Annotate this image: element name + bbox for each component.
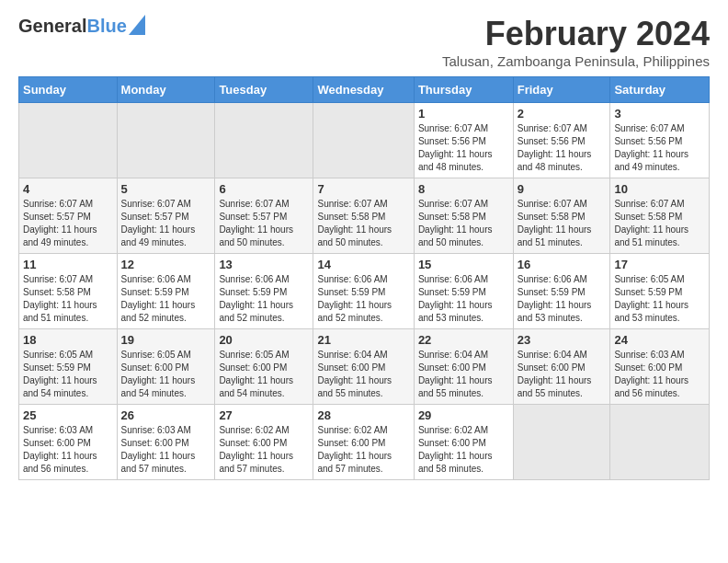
day-cell: 10Sunrise: 6:07 AM Sunset: 5:58 PM Dayli… [610, 178, 710, 254]
day-number: 25 [23, 408, 113, 422]
day-number: 9 [518, 182, 607, 196]
day-cell: 20Sunrise: 6:05 AM Sunset: 6:00 PM Dayli… [215, 329, 313, 405]
day-number: 6 [219, 182, 309, 196]
day-number: 15 [418, 258, 509, 271]
day-number: 27 [219, 408, 309, 422]
day-number: 5 [121, 182, 211, 196]
week-row-2: 4Sunrise: 6:07 AM Sunset: 5:57 PM Daylig… [19, 178, 710, 254]
day-cell: 12Sunrise: 6:06 AM Sunset: 5:59 PM Dayli… [117, 254, 215, 329]
day-cell: 16Sunrise: 6:06 AM Sunset: 5:59 PM Dayli… [513, 254, 610, 329]
header-cell-thursday: Thursday [414, 77, 513, 103]
header-cell-wednesday: Wednesday [313, 77, 414, 103]
day-cell [513, 405, 610, 480]
day-cell: 24Sunrise: 6:03 AM Sunset: 6:00 PM Dayli… [610, 329, 710, 405]
day-info: Sunrise: 6:02 AM Sunset: 6:00 PM Dayligh… [418, 424, 509, 476]
day-info: Sunrise: 6:05 AM Sunset: 5:59 PM Dayligh… [23, 349, 113, 400]
day-info: Sunrise: 6:07 AM Sunset: 5:58 PM Dayligh… [317, 198, 409, 249]
day-cell: 22Sunrise: 6:04 AM Sunset: 6:00 PM Dayli… [414, 329, 513, 405]
day-cell: 4Sunrise: 6:07 AM Sunset: 5:57 PM Daylig… [19, 178, 118, 254]
day-cell: 5Sunrise: 6:07 AM Sunset: 5:57 PM Daylig… [117, 178, 215, 254]
day-number: 20 [219, 333, 309, 347]
header: GeneralBlue February 2024 Talusan, Zambo… [18, 15, 710, 69]
day-cell: 28Sunrise: 6:02 AM Sunset: 6:00 PM Dayli… [313, 405, 414, 480]
day-info: Sunrise: 6:07 AM Sunset: 5:56 PM Dayligh… [614, 122, 705, 174]
day-info: Sunrise: 6:06 AM Sunset: 5:59 PM Dayligh… [219, 273, 309, 325]
day-number: 19 [121, 333, 211, 347]
day-number: 13 [219, 258, 309, 271]
header-cell-monday: Monday [117, 77, 215, 103]
day-info: Sunrise: 6:06 AM Sunset: 5:59 PM Dayligh… [121, 273, 211, 325]
week-row-1: 1Sunrise: 6:07 AM Sunset: 5:56 PM Daylig… [19, 103, 710, 178]
location-subtitle: Talusan, Zamboanga Peninsula, Philippine… [442, 53, 710, 69]
day-number: 17 [614, 258, 705, 271]
logo-text: GeneralBlue [18, 16, 127, 37]
day-info: Sunrise: 6:07 AM Sunset: 5:56 PM Dayligh… [418, 122, 509, 174]
day-number: 18 [23, 333, 113, 347]
day-info: Sunrise: 6:04 AM Sunset: 6:00 PM Dayligh… [317, 349, 409, 400]
day-number: 21 [317, 333, 409, 347]
day-number: 12 [121, 258, 211, 271]
logo-triangle-icon [129, 15, 145, 35]
day-cell: 19Sunrise: 6:05 AM Sunset: 6:00 PM Dayli… [117, 329, 215, 405]
day-info: Sunrise: 6:06 AM Sunset: 5:59 PM Dayligh… [317, 273, 409, 325]
week-row-4: 18Sunrise: 6:05 AM Sunset: 5:59 PM Dayli… [19, 329, 710, 405]
day-cell: 15Sunrise: 6:06 AM Sunset: 5:59 PM Dayli… [414, 254, 513, 329]
day-info: Sunrise: 6:07 AM Sunset: 5:56 PM Dayligh… [518, 122, 607, 174]
day-number: 28 [317, 408, 409, 422]
day-cell: 9Sunrise: 6:07 AM Sunset: 5:58 PM Daylig… [513, 178, 610, 254]
title-area: February 2024 Talusan, Zamboanga Peninsu… [442, 15, 710, 69]
day-info: Sunrise: 6:07 AM Sunset: 5:57 PM Dayligh… [23, 198, 113, 249]
day-cell [19, 103, 118, 178]
day-number: 22 [418, 333, 509, 347]
header-cell-friday: Friday [513, 77, 610, 103]
day-cell: 14Sunrise: 6:06 AM Sunset: 5:59 PM Dayli… [313, 254, 414, 329]
day-info: Sunrise: 6:03 AM Sunset: 6:00 PM Dayligh… [23, 424, 113, 476]
day-info: Sunrise: 6:06 AM Sunset: 5:59 PM Dayligh… [518, 273, 607, 325]
day-number: 1 [418, 107, 509, 121]
header-cell-saturday: Saturday [610, 77, 710, 103]
day-number: 23 [518, 333, 607, 347]
day-cell: 3Sunrise: 6:07 AM Sunset: 5:56 PM Daylig… [610, 103, 710, 178]
day-number: 16 [518, 258, 607, 271]
day-info: Sunrise: 6:05 AM Sunset: 6:00 PM Dayligh… [219, 349, 309, 400]
day-info: Sunrise: 6:07 AM Sunset: 5:57 PM Dayligh… [121, 198, 211, 249]
day-info: Sunrise: 6:05 AM Sunset: 5:59 PM Dayligh… [614, 273, 705, 325]
day-number: 24 [614, 333, 705, 347]
day-cell [117, 103, 215, 178]
day-cell: 21Sunrise: 6:04 AM Sunset: 6:00 PM Dayli… [313, 329, 414, 405]
day-cell: 2Sunrise: 6:07 AM Sunset: 5:56 PM Daylig… [513, 103, 610, 178]
day-number: 8 [418, 182, 509, 196]
day-info: Sunrise: 6:07 AM Sunset: 5:58 PM Dayligh… [518, 198, 607, 249]
day-cell: 27Sunrise: 6:02 AM Sunset: 6:00 PM Dayli… [215, 405, 313, 480]
day-cell [610, 405, 710, 480]
calendar-body: 1Sunrise: 6:07 AM Sunset: 5:56 PM Daylig… [19, 103, 710, 480]
day-cell: 26Sunrise: 6:03 AM Sunset: 6:00 PM Dayli… [117, 405, 215, 480]
month-year-title: February 2024 [442, 15, 710, 53]
day-cell: 6Sunrise: 6:07 AM Sunset: 5:57 PM Daylig… [215, 178, 313, 254]
day-number: 10 [614, 182, 705, 196]
day-info: Sunrise: 6:03 AM Sunset: 6:00 PM Dayligh… [121, 424, 211, 476]
day-cell [313, 103, 414, 178]
day-number: 7 [317, 182, 409, 196]
day-info: Sunrise: 6:07 AM Sunset: 5:58 PM Dayligh… [418, 198, 509, 249]
day-cell: 25Sunrise: 6:03 AM Sunset: 6:00 PM Dayli… [19, 405, 118, 480]
day-info: Sunrise: 6:07 AM Sunset: 5:58 PM Dayligh… [614, 198, 705, 249]
calendar-table: SundayMondayTuesdayWednesdayThursdayFrid… [18, 76, 710, 480]
day-info: Sunrise: 6:06 AM Sunset: 5:59 PM Dayligh… [418, 273, 509, 325]
day-cell: 7Sunrise: 6:07 AM Sunset: 5:58 PM Daylig… [313, 178, 414, 254]
day-cell: 13Sunrise: 6:06 AM Sunset: 5:59 PM Dayli… [215, 254, 313, 329]
day-info: Sunrise: 6:04 AM Sunset: 6:00 PM Dayligh… [418, 349, 509, 400]
day-cell: 18Sunrise: 6:05 AM Sunset: 5:59 PM Dayli… [19, 329, 118, 405]
day-info: Sunrise: 6:07 AM Sunset: 5:58 PM Dayligh… [23, 273, 113, 325]
day-cell: 29Sunrise: 6:02 AM Sunset: 6:00 PM Dayli… [414, 405, 513, 480]
day-number: 14 [317, 258, 409, 271]
day-info: Sunrise: 6:07 AM Sunset: 5:57 PM Dayligh… [219, 198, 309, 249]
day-info: Sunrise: 6:03 AM Sunset: 6:00 PM Dayligh… [614, 349, 705, 400]
day-cell: 23Sunrise: 6:04 AM Sunset: 6:00 PM Dayli… [513, 329, 610, 405]
day-cell: 8Sunrise: 6:07 AM Sunset: 5:58 PM Daylig… [414, 178, 513, 254]
day-info: Sunrise: 6:04 AM Sunset: 6:00 PM Dayligh… [518, 349, 607, 400]
day-number: 29 [418, 408, 509, 422]
day-number: 4 [23, 182, 113, 196]
day-number: 3 [614, 107, 705, 121]
day-cell: 17Sunrise: 6:05 AM Sunset: 5:59 PM Dayli… [610, 254, 710, 329]
